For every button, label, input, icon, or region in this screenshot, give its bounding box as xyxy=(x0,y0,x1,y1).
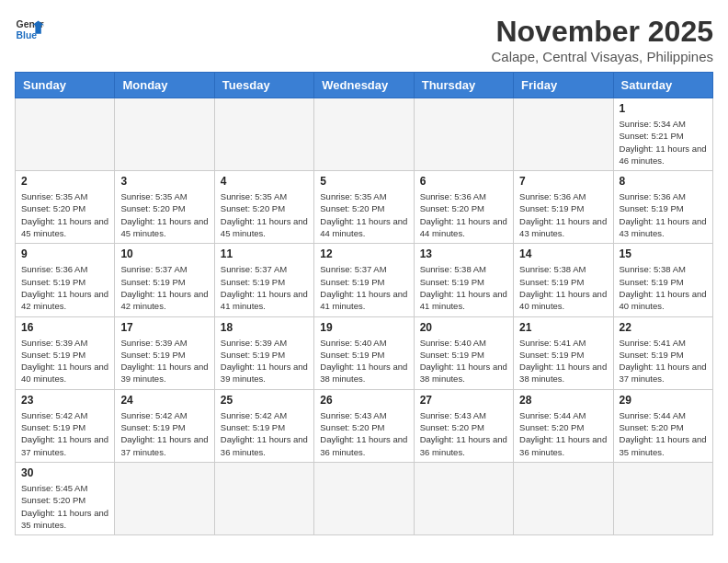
day-info: Sunrise: 5:45 AM Sunset: 5:20 PM Dayligh… xyxy=(21,482,108,531)
day-info: Sunrise: 5:43 AM Sunset: 5:20 PM Dayligh… xyxy=(420,409,507,458)
day-info: Sunrise: 5:35 AM Sunset: 5:20 PM Dayligh… xyxy=(221,190,308,239)
calendar-cell: 6Sunrise: 5:36 AM Sunset: 5:20 PM Daylig… xyxy=(414,171,513,244)
calendar-cell: 28Sunrise: 5:44 AM Sunset: 5:20 PM Dayli… xyxy=(514,389,613,462)
weekday-header-monday: Monday xyxy=(115,73,214,98)
day-number: 29 xyxy=(620,394,707,407)
day-number: 16 xyxy=(21,321,108,334)
calendar-cell: 10Sunrise: 5:37 AM Sunset: 5:19 PM Dayli… xyxy=(115,244,214,316)
weekday-header-wednesday: Wednesday xyxy=(314,73,414,98)
day-number: 14 xyxy=(519,247,607,260)
day-number: 21 xyxy=(519,321,607,334)
calendar-table: SundayMondayTuesdayWednesdayThursdayFrid… xyxy=(15,72,713,535)
calendar-week-row: 2Sunrise: 5:35 AM Sunset: 5:20 PM Daylig… xyxy=(16,171,713,244)
calendar-cell: 27Sunrise: 5:43 AM Sunset: 5:20 PM Dayli… xyxy=(414,389,513,462)
calendar-week-row: 23Sunrise: 5:42 AM Sunset: 5:19 PM Dayli… xyxy=(16,389,713,462)
day-info: Sunrise: 5:38 AM Sunset: 5:19 PM Dayligh… xyxy=(420,263,507,312)
calendar-cell xyxy=(514,462,613,534)
day-info: Sunrise: 5:42 AM Sunset: 5:19 PM Dayligh… xyxy=(221,409,308,458)
calendar-cell: 29Sunrise: 5:44 AM Sunset: 5:20 PM Dayli… xyxy=(613,389,712,462)
day-number: 24 xyxy=(120,394,208,407)
calendar-cell: 1Sunrise: 5:34 AM Sunset: 5:21 PM Daylig… xyxy=(613,98,712,171)
calendar-cell xyxy=(514,98,613,171)
calendar-cell: 24Sunrise: 5:42 AM Sunset: 5:19 PM Dayli… xyxy=(115,389,214,462)
day-info: Sunrise: 5:44 AM Sunset: 5:20 PM Dayligh… xyxy=(620,409,707,458)
calendar-cell xyxy=(314,462,414,534)
calendar-cell: 25Sunrise: 5:42 AM Sunset: 5:19 PM Dayli… xyxy=(214,389,313,462)
weekday-header-tuesday: Tuesday xyxy=(214,73,313,98)
calendar-cell: 22Sunrise: 5:41 AM Sunset: 5:19 PM Dayli… xyxy=(613,316,712,389)
day-info: Sunrise: 5:36 AM Sunset: 5:20 PM Dayligh… xyxy=(420,190,507,239)
calendar-week-row: 9Sunrise: 5:36 AM Sunset: 5:19 PM Daylig… xyxy=(16,244,713,316)
svg-text:Blue: Blue xyxy=(17,30,38,40)
day-info: Sunrise: 5:35 AM Sunset: 5:20 PM Dayligh… xyxy=(120,190,208,239)
day-number: 10 xyxy=(120,247,208,260)
weekday-header-friday: Friday xyxy=(514,73,613,98)
day-info: Sunrise: 5:37 AM Sunset: 5:19 PM Dayligh… xyxy=(221,263,308,312)
day-number: 19 xyxy=(320,321,407,334)
calendar-cell: 8Sunrise: 5:36 AM Sunset: 5:19 PM Daylig… xyxy=(613,171,712,244)
day-number: 23 xyxy=(21,394,108,407)
calendar-cell: 20Sunrise: 5:40 AM Sunset: 5:19 PM Dayli… xyxy=(414,316,513,389)
weekday-header-saturday: Saturday xyxy=(613,73,712,98)
day-number: 8 xyxy=(620,175,707,188)
day-info: Sunrise: 5:39 AM Sunset: 5:19 PM Dayligh… xyxy=(21,337,108,385)
calendar-cell xyxy=(214,462,313,534)
day-info: Sunrise: 5:37 AM Sunset: 5:19 PM Dayligh… xyxy=(320,263,407,312)
day-info: Sunrise: 5:39 AM Sunset: 5:19 PM Dayligh… xyxy=(120,337,208,385)
calendar-cell: 21Sunrise: 5:41 AM Sunset: 5:19 PM Dayli… xyxy=(514,316,613,389)
day-number: 3 xyxy=(120,175,208,188)
logo: General Blue xyxy=(15,15,44,44)
day-info: Sunrise: 5:35 AM Sunset: 5:20 PM Dayligh… xyxy=(320,190,407,239)
calendar-cell xyxy=(115,98,214,171)
day-info: Sunrise: 5:36 AM Sunset: 5:19 PM Dayligh… xyxy=(519,190,607,239)
weekday-header-row: SundayMondayTuesdayWednesdayThursdayFrid… xyxy=(16,73,713,98)
day-info: Sunrise: 5:42 AM Sunset: 5:19 PM Dayligh… xyxy=(21,409,108,458)
calendar-cell: 19Sunrise: 5:40 AM Sunset: 5:19 PM Dayli… xyxy=(314,316,414,389)
calendar-cell: 23Sunrise: 5:42 AM Sunset: 5:19 PM Dayli… xyxy=(16,389,115,462)
day-number: 30 xyxy=(21,466,108,479)
day-info: Sunrise: 5:41 AM Sunset: 5:19 PM Dayligh… xyxy=(519,337,607,385)
weekday-header-sunday: Sunday xyxy=(16,73,115,98)
calendar-cell xyxy=(613,462,712,534)
day-info: Sunrise: 5:40 AM Sunset: 5:19 PM Dayligh… xyxy=(420,337,507,385)
calendar-cell xyxy=(16,98,115,171)
day-number: 5 xyxy=(320,175,407,188)
calendar-cell xyxy=(414,462,513,534)
calendar-cell: 7Sunrise: 5:36 AM Sunset: 5:19 PM Daylig… xyxy=(514,171,613,244)
title-section: November 2025 Calape, Central Visayas, P… xyxy=(491,15,713,64)
calendar-cell: 5Sunrise: 5:35 AM Sunset: 5:20 PM Daylig… xyxy=(314,171,414,244)
calendar-cell: 17Sunrise: 5:39 AM Sunset: 5:19 PM Dayli… xyxy=(115,316,214,389)
calendar-cell xyxy=(115,462,214,534)
day-info: Sunrise: 5:41 AM Sunset: 5:19 PM Dayligh… xyxy=(620,337,707,385)
day-number: 13 xyxy=(420,247,507,260)
day-info: Sunrise: 5:42 AM Sunset: 5:19 PM Dayligh… xyxy=(120,409,208,458)
day-number: 28 xyxy=(519,394,607,407)
calendar-cell: 15Sunrise: 5:38 AM Sunset: 5:19 PM Dayli… xyxy=(613,244,712,316)
weekday-header-thursday: Thursday xyxy=(414,73,513,98)
calendar-cell xyxy=(214,98,313,171)
day-info: Sunrise: 5:36 AM Sunset: 5:19 PM Dayligh… xyxy=(620,190,707,239)
day-info: Sunrise: 5:38 AM Sunset: 5:19 PM Dayligh… xyxy=(620,263,707,312)
day-number: 7 xyxy=(519,175,607,188)
day-info: Sunrise: 5:34 AM Sunset: 5:21 PM Dayligh… xyxy=(620,118,707,167)
calendar-cell: 18Sunrise: 5:39 AM Sunset: 5:19 PM Dayli… xyxy=(214,316,313,389)
day-number: 18 xyxy=(221,321,308,334)
day-number: 4 xyxy=(221,175,308,188)
page-header: General Blue November 2025 Calape, Centr… xyxy=(15,15,713,64)
calendar-cell: 9Sunrise: 5:36 AM Sunset: 5:19 PM Daylig… xyxy=(16,244,115,316)
calendar-week-row: 30Sunrise: 5:45 AM Sunset: 5:20 PM Dayli… xyxy=(16,462,713,534)
day-info: Sunrise: 5:44 AM Sunset: 5:20 PM Dayligh… xyxy=(519,409,607,458)
day-number: 15 xyxy=(620,247,707,260)
day-info: Sunrise: 5:35 AM Sunset: 5:20 PM Dayligh… xyxy=(21,190,108,239)
calendar-cell xyxy=(414,98,513,171)
day-number: 20 xyxy=(420,321,507,334)
day-number: 12 xyxy=(320,247,407,260)
logo-icon: General Blue xyxy=(15,15,44,44)
day-number: 17 xyxy=(120,321,208,334)
calendar-cell: 3Sunrise: 5:35 AM Sunset: 5:20 PM Daylig… xyxy=(115,171,214,244)
day-number: 9 xyxy=(21,247,108,260)
calendar-cell: 11Sunrise: 5:37 AM Sunset: 5:19 PM Dayli… xyxy=(214,244,313,316)
calendar-cell: 12Sunrise: 5:37 AM Sunset: 5:19 PM Dayli… xyxy=(314,244,414,316)
day-info: Sunrise: 5:40 AM Sunset: 5:19 PM Dayligh… xyxy=(320,337,407,385)
day-info: Sunrise: 5:39 AM Sunset: 5:19 PM Dayligh… xyxy=(221,337,308,385)
